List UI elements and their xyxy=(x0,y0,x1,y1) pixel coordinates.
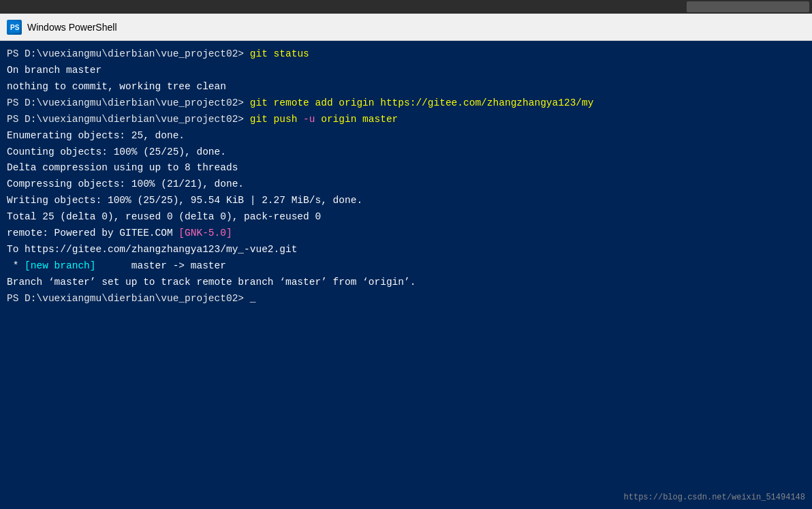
terminal-line-10: Writing objects: 100% (25/25), 95.54 KiB… xyxy=(7,193,805,209)
footer-url: https://blog.csdn.net/weixin_51494148 xyxy=(624,493,805,502)
terminal-line-6: Enumerating objects: 25, done. xyxy=(7,128,805,144)
terminal-line-7: Counting objects: 100% (25/25), done. xyxy=(7,144,805,161)
terminal-line-1: PS D:\vuexiangmu\dierbian\vue_project02>… xyxy=(7,46,805,63)
title-bar: PS Windows PowerShell xyxy=(0,14,812,41)
terminal-line-11: Total 25 (delta 0), reused 0 (delta 0), … xyxy=(7,209,805,226)
terminal-line-8: Delta compression using up to 8 threads xyxy=(7,160,805,176)
terminal-line-2: On branch master xyxy=(7,63,805,79)
svg-text:PS: PS xyxy=(10,24,20,31)
window: PS Windows PowerShell PS D:\vuexiangmu\d… xyxy=(0,14,812,509)
terminal-line-12: remote: Powered by GITEE.COM [GNK-5.0] xyxy=(7,226,805,242)
terminal-content[interactable]: PS D:\vuexiangmu\dierbian\vue_project02>… xyxy=(0,41,812,509)
terminal-line-5: PS D:\vuexiangmu\dierbian\vue_project02>… xyxy=(7,112,805,128)
terminal-line-4: PS D:\vuexiangmu\dierbian\vue_project02>… xyxy=(7,95,805,112)
terminal-line-14: * [new branch] master -> master xyxy=(7,258,805,275)
taskbar-search[interactable] xyxy=(687,1,809,12)
window-title: Windows PowerShell xyxy=(27,22,117,33)
terminal-line-15: Branch ‘master’ set up to track remote b… xyxy=(7,275,805,291)
terminal-line-16: PS D:\vuexiangmu\dierbian\vue_project02>… xyxy=(7,291,805,307)
terminal-line-9: Compressing objects: 100% (21/21), done. xyxy=(7,176,805,193)
terminal-line-3: nothing to commit, working tree clean xyxy=(7,79,805,95)
terminal-line-13: To https://gitee.com/zhangzhangya123/my_… xyxy=(7,242,805,258)
taskbar xyxy=(0,0,812,14)
window-icon: PS xyxy=(7,20,22,35)
